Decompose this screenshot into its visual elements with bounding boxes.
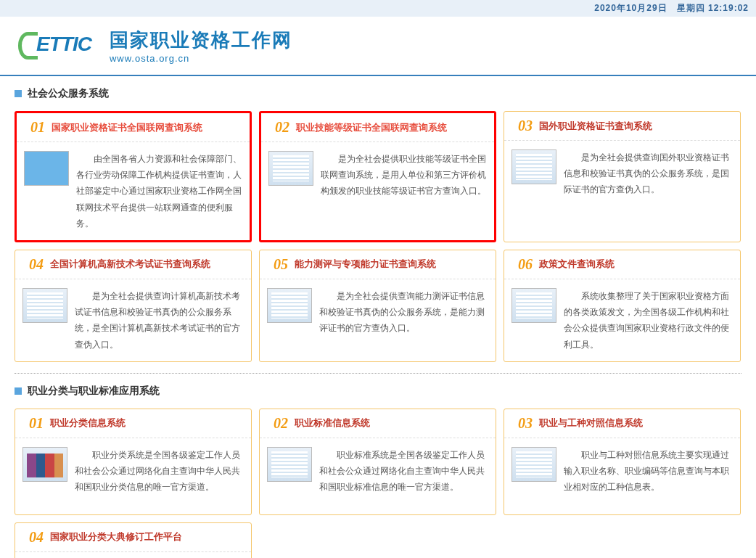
page-header: ETTIC 国家职业资格工作网 www.osta.org.cn <box>0 17 756 76</box>
card-header: 01国家职业资格证书全国联网查询系统 <box>17 113 250 142</box>
card-description: 职业分类系统是全国各级鉴定工作人员和社会公众通过网络化自主查询中华人民共和国职业… <box>75 447 244 506</box>
card-description: 是为全社会提供查询能力测评证书信息和校验证书真伪的公众服务系统，是能力测评证书的… <box>319 288 488 347</box>
card-description: 职业与工种对照信息系统主要实现通过输入职业名称、职业编码等信息查询与本职业相对应… <box>564 447 733 506</box>
logo-mark: ETTIC <box>18 32 91 60</box>
bullet-icon <box>15 90 22 97</box>
card-header: 04国家职业分类大典修订工作平台 <box>15 523 251 552</box>
card-description: 系统收集整理了关于国家职业资格方面的各类政策发文，为全国各级工作机构和社会公众提… <box>564 288 733 353</box>
section-divider <box>15 373 741 374</box>
service-card[interactable]: 06政策文件查询系统系统收集整理了关于国家职业资格方面的各类政策发文，为全国各级… <box>504 250 741 362</box>
card-header: 03国外职业资格证书查询系统 <box>504 112 740 141</box>
card-number: 03 <box>511 118 539 134</box>
card-title[interactable]: 政策文件查询系统 <box>539 258 733 271</box>
card-header: 01职业分类信息系统 <box>15 409 251 438</box>
card-number: 04 <box>22 529 50 546</box>
card-body: 系统收集整理了关于国家职业资格方面的各类政策发文，为全国各级工作机构和社会公众提… <box>504 279 740 361</box>
site-subtitle: www.osta.org.cn <box>110 53 292 64</box>
service-card[interactable]: 02职业技能等级证书全国联网查询系统是为全社会提供职业技能等级证书全国联网查询系… <box>259 111 496 242</box>
card-body: 是为全社会提供查询计算机高新技术考试证书信息和校验证书真伪的公众服务系统，是全国… <box>15 279 251 361</box>
card-thumbnail <box>267 447 312 482</box>
card-number: 04 <box>22 256 50 273</box>
service-card[interactable]: 01国家职业资格证书全国联网查询系统由全国各省人力资源和社会保障部门、各行业劳动… <box>15 111 252 242</box>
card-body: 职业与工种对照信息系统主要实现通过输入职业名称、职业编码等信息查询与本职业相对应… <box>504 438 740 514</box>
service-card[interactable]: 05能力测评与专项能力证书查询系统是为全社会提供查询能力测评证书信息和校验证书真… <box>259 250 496 362</box>
card-header: 04全国计算机高新技术考试证书查询系统 <box>15 250 251 279</box>
card-title[interactable]: 全国计算机高新技术考试证书查询系统 <box>50 258 244 271</box>
card-description: 职业标准系统是全国各级鉴定工作人员和社会公众通过网络化自主查询中华人民共和国职业… <box>319 447 488 506</box>
card-number: 01 <box>24 119 52 136</box>
card-body: 平台可实现国家职业分类结构与国家职业描述内容在线修订，通过信息化平台实现了无纸化… <box>15 552 251 558</box>
card-body: 是为全社会提供查询国外职业资格证书信息和校验证书真伪的公众服务系统，是国际证书的… <box>504 141 740 217</box>
service-card[interactable]: 04国家职业分类大典修订工作平台平台可实现国家职业分类结构与国家职业描述内容在线… <box>15 522 252 558</box>
card-header: 03职业与工种对照信息系统 <box>504 409 740 438</box>
card-thumbnail <box>511 447 556 482</box>
card-number: 03 <box>511 415 539 432</box>
card-thumbnail <box>24 151 69 186</box>
section-title-text: 社会公众服务系统 <box>28 87 109 100</box>
card-title[interactable]: 职业分类信息系统 <box>50 417 244 430</box>
service-card[interactable]: 04全国计算机高新技术考试证书查询系统是为全社会提供查询计算机高新技术考试证书信… <box>15 250 252 362</box>
section-title-1: 社会公众服务系统 <box>15 87 741 104</box>
card-thumbnail <box>22 288 67 323</box>
card-thumbnail <box>22 447 67 482</box>
card-title[interactable]: 国外职业资格证书查询系统 <box>539 120 733 133</box>
card-body: 是为全社会提供查询能力测评证书信息和校验证书真伪的公众服务系统，是能力测评证书的… <box>260 279 496 356</box>
card-header: 05能力测评与专项能力证书查询系统 <box>260 250 496 279</box>
section-public-services: 社会公众服务系统 01国家职业资格证书全国联网查询系统由全国各省人力资源和社会保… <box>15 87 741 362</box>
card-number: 05 <box>267 256 295 273</box>
section-classification: 职业分类与职业标准应用系统 01职业分类信息系统职业分类系统是全国各级鉴定工作人… <box>15 385 741 558</box>
card-title[interactable]: 国家职业资格证书全国联网查询系统 <box>52 121 242 134</box>
card-header: 02职业标准信息系统 <box>260 409 496 438</box>
card-title[interactable]: 能力测评与专项能力证书查询系统 <box>295 258 488 271</box>
service-card[interactable]: 02职业标准信息系统职业标准系统是全国各级鉴定工作人员和社会公众通过网络化自主查… <box>259 409 496 515</box>
card-body: 是为全社会提供职业技能等级证书全国联网查询系统，是用人单位和第三方评价机构颁发的… <box>261 142 494 218</box>
service-card[interactable]: 01职业分类信息系统职业分类系统是全国各级鉴定工作人员和社会公众通过网络化自主查… <box>15 409 252 515</box>
card-number: 01 <box>22 415 50 432</box>
card-header: 02职业技能等级证书全国联网查询系统 <box>261 113 494 142</box>
section-title-2: 职业分类与职业标准应用系统 <box>15 385 741 401</box>
site-title: 国家职业资格工作网 <box>110 28 292 53</box>
service-card[interactable]: 03国外职业资格证书查询系统是为全社会提供查询国外职业资格证书信息和校验证书真伪… <box>504 111 741 242</box>
card-description: 是为全社会提供职业技能等级证书全国联网查询系统，是用人单位和第三方评价机构颁发的… <box>321 151 487 210</box>
site-title-block: 国家职业资格工作网 www.osta.org.cn <box>110 28 292 64</box>
datetime-display: 2020年10月29日 星期四 12:19:02 <box>0 0 756 17</box>
card-title[interactable]: 国家职业分类大典修订工作平台 <box>50 530 244 543</box>
card-body: 职业标准系统是全国各级鉴定工作人员和社会公众通过网络化自主查询中华人民共和国职业… <box>260 438 496 514</box>
card-thumbnail <box>267 288 312 323</box>
card-number: 06 <box>511 256 539 273</box>
card-body: 由全国各省人力资源和社会保障部门、各行业劳动保障工作机构提供证书查询，人社部鉴定… <box>17 142 250 240</box>
card-thumbnail <box>268 151 313 186</box>
card-title[interactable]: 职业标准信息系统 <box>295 417 488 430</box>
card-description: 由全国各省人力资源和社会保障部门、各行业劳动保障工作机构提供证书查询，人社部鉴定… <box>76 151 242 231</box>
section-title-text: 职业分类与职业标准应用系统 <box>28 385 160 398</box>
service-card[interactable]: 03职业与工种对照信息系统职业与工种对照信息系统主要实现通过输入职业名称、职业编… <box>504 409 741 515</box>
card-title[interactable]: 职业与工种对照信息系统 <box>539 417 733 430</box>
card-body: 职业分类系统是全国各级鉴定工作人员和社会公众通过网络化自主查询中华人民共和国职业… <box>15 438 251 514</box>
card-description: 是为全社会提供查询国外职业资格证书信息和校验证书真伪的公众服务系统，是国际证书的… <box>564 149 733 208</box>
card-title[interactable]: 职业技能等级证书全国联网查询系统 <box>296 121 487 134</box>
card-number: 02 <box>267 415 295 432</box>
card-description: 是为全社会提供查询计算机高新技术考试证书信息和校验证书真伪的公众服务系统，是全国… <box>75 288 244 353</box>
card-thumbnail <box>511 288 556 323</box>
bullet-icon <box>15 387 22 395</box>
card-thumbnail <box>511 149 556 184</box>
card-header: 06政策文件查询系统 <box>504 250 740 279</box>
card-number: 02 <box>268 119 296 136</box>
